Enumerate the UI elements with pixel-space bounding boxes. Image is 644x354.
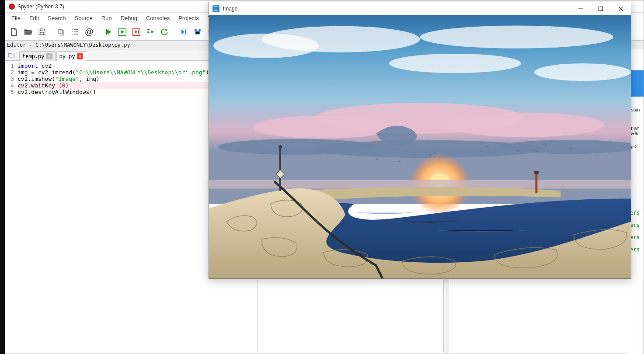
svg-rect-28 bbox=[534, 171, 539, 174]
lower-split-container bbox=[257, 279, 637, 353]
maximize-button[interactable] bbox=[591, 2, 611, 15]
open-file-button[interactable] bbox=[22, 26, 34, 38]
svg-rect-9 bbox=[599, 7, 603, 10]
svg-point-8 bbox=[198, 29, 201, 31]
cv-window-icon bbox=[212, 5, 219, 12]
spyder-logo-icon bbox=[9, 3, 15, 10]
image-window-title: Image bbox=[223, 6, 571, 12]
close-icon[interactable]: ✕ bbox=[77, 53, 83, 59]
svg-point-12 bbox=[262, 26, 420, 52]
split-handle[interactable] bbox=[445, 279, 449, 353]
debug-breakpoint-button[interactable] bbox=[191, 26, 204, 38]
run-cell-advance-button[interactable] bbox=[130, 26, 143, 38]
spyder-title-text: Spyder (Python 3.7) bbox=[17, 3, 64, 10]
cv-image-window[interactable]: Image bbox=[209, 2, 631, 279]
tab-py[interactable]: py.py ✕ bbox=[56, 51, 86, 61]
browse-folder-icon[interactable] bbox=[7, 51, 16, 59]
menu-search[interactable]: Search bbox=[44, 14, 69, 22]
close-button[interactable] bbox=[611, 2, 631, 15]
image-window-titlebar[interactable]: Image bbox=[209, 2, 631, 15]
tab-label: py.py bbox=[59, 53, 75, 59]
new-file-button[interactable] bbox=[8, 26, 20, 38]
menu-projects[interactable]: Projects bbox=[175, 14, 202, 22]
desktop-left-strip bbox=[0, 0, 5, 354]
lower-right-pane[interactable] bbox=[450, 280, 636, 352]
run-button[interactable] bbox=[102, 26, 115, 38]
menu-consoles[interactable]: Consoles bbox=[143, 14, 173, 22]
svg-point-15 bbox=[534, 63, 631, 81]
rerun-button[interactable] bbox=[158, 26, 171, 38]
menu-source[interactable]: Source bbox=[71, 14, 96, 22]
svg-rect-6 bbox=[185, 29, 186, 35]
menu-file[interactable]: File bbox=[8, 14, 24, 22]
list-button[interactable] bbox=[69, 26, 81, 38]
at-button[interactable]: @ bbox=[83, 26, 95, 38]
svg-point-7 bbox=[195, 29, 197, 31]
copy-button[interactable] bbox=[55, 26, 67, 38]
svg-point-25 bbox=[278, 145, 282, 149]
svg-point-18 bbox=[446, 113, 605, 137]
svg-rect-1 bbox=[40, 32, 44, 35]
line-gutter: 12345 bbox=[5, 61, 16, 354]
save-button[interactable] bbox=[36, 26, 48, 38]
svg-rect-0 bbox=[40, 29, 43, 31]
run-cell-button[interactable] bbox=[116, 26, 129, 38]
close-icon[interactable]: ✕ bbox=[46, 53, 52, 59]
debug-step-button[interactable] bbox=[178, 26, 190, 38]
menu-debug[interactable]: Debug bbox=[117, 14, 141, 22]
svg-rect-2 bbox=[59, 29, 62, 34]
minimize-button[interactable] bbox=[571, 2, 591, 15]
svg-point-13 bbox=[420, 26, 613, 49]
svg-point-17 bbox=[253, 116, 394, 139]
svg-point-14 bbox=[389, 54, 521, 73]
tab-temp[interactable]: temp.py ✕ bbox=[19, 51, 56, 61]
lower-left-pane[interactable] bbox=[258, 280, 444, 352]
tab-label: temp.py bbox=[22, 53, 45, 59]
menu-edit[interactable]: Edit bbox=[26, 14, 42, 22]
run-selection-button[interactable] bbox=[144, 26, 157, 38]
image-canvas bbox=[209, 15, 631, 278]
svg-rect-3 bbox=[60, 31, 64, 35]
menu-run[interactable]: Run bbox=[98, 14, 115, 22]
